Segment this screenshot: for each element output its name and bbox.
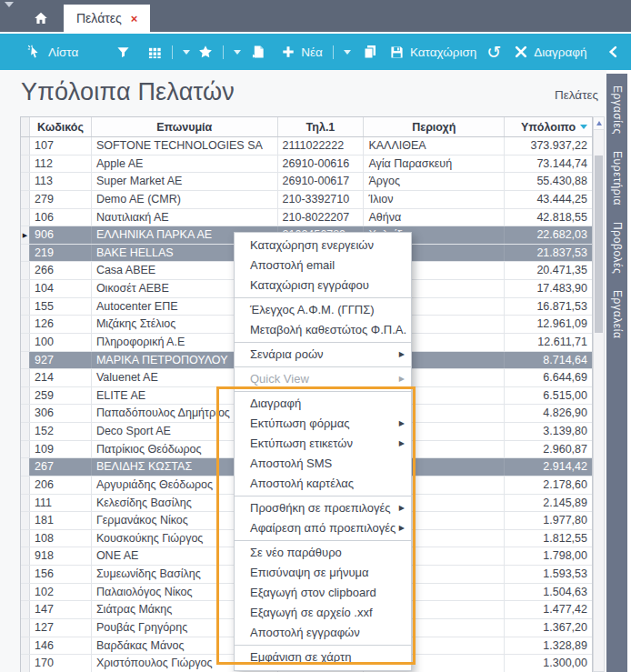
undo-button[interactable]: ↺ <box>486 45 501 59</box>
row-indicator <box>21 316 30 333</box>
cell-name: Ναυτιλιακή ΑΕ <box>92 209 278 226</box>
cell-balance: 373.937,22 <box>505 137 592 155</box>
menu-item[interactable]: Εμφάνιση σε χάρτη <box>235 647 411 667</box>
cell-balance: 1.812,55 <box>505 530 592 547</box>
cell-code: 108 <box>30 530 92 547</box>
cell-code: 279 <box>30 191 92 208</box>
grid-view-button[interactable] <box>148 45 190 59</box>
chevron-down-icon[interactable] <box>234 50 241 55</box>
column-header-phone[interactable]: Τηλ.1 <box>278 117 365 136</box>
sidebar-tab[interactable]: Εργαλεία <box>611 282 624 347</box>
row-indicator <box>21 173 30 190</box>
row-indicator <box>21 566 30 583</box>
sidebar-tab[interactable]: Εργασίες <box>611 77 624 143</box>
filter-funnel-icon <box>116 45 130 59</box>
menu-item[interactable]: Εκτύπωση φόρμας▶ <box>235 414 411 434</box>
list-button[interactable]: Λίστα <box>27 45 78 59</box>
sidebar-tab[interactable]: Ευρετήρια <box>611 143 624 214</box>
menu-item[interactable]: Σενάρια ροών▶ <box>235 345 411 365</box>
save-button[interactable]: Καταχώριση <box>390 45 476 59</box>
close-icon[interactable]: × <box>131 13 138 25</box>
cell-code: 219 <box>30 245 92 262</box>
cell-balance: 3.139,80 <box>505 423 592 440</box>
cell-balance: 22.682,03 <box>505 226 592 244</box>
submenu-arrow-icon: ▶ <box>399 369 405 389</box>
sidebar-tab[interactable]: Προβολές <box>611 214 624 282</box>
cell-code: 918 <box>30 547 92 565</box>
cell-code: 104 <box>30 280 92 297</box>
cell-code: 146 <box>30 637 92 655</box>
favorites-button[interactable] <box>198 45 241 59</box>
row-indicator <box>21 441 30 458</box>
column-header-balance[interactable]: Υπόλοιπο <box>505 117 592 136</box>
grid-icon <box>148 45 162 59</box>
row-indicator <box>21 619 30 637</box>
previous-button[interactable] <box>607 45 619 58</box>
page-title: Υπόλοιπα Πελατών <box>21 78 235 106</box>
tab-customers[interactable]: Πελάτες × <box>64 5 150 32</box>
menu-item[interactable]: Επισύναψη σε μήνυμα <box>235 563 411 583</box>
menu-item: Quick View▶ <box>235 369 411 389</box>
x-icon <box>515 45 527 58</box>
scrollbar-up-button[interactable] <box>594 117 604 130</box>
chevron-down-icon[interactable] <box>183 50 190 55</box>
menu-separator <box>235 645 411 646</box>
cell-code: 147 <box>30 601 92 618</box>
cell-balance: 1.977,80 <box>505 512 592 529</box>
sort-desc-icon[interactable] <box>580 125 587 129</box>
home-tab[interactable] <box>24 6 58 30</box>
menu-item[interactable]: Αποστολή SMS <box>235 454 411 474</box>
new-button[interactable]: Νέα <box>282 45 351 59</box>
row-indicator <box>21 547 30 565</box>
table-row[interactable]: 112Apple AE26910-00616Αγία Παρασκευή73.1… <box>21 155 592 174</box>
cell-area: Ίλιον <box>364 191 505 208</box>
menu-item[interactable]: Έλεγχος Α.Φ.Μ. (ΓΓΠΣ) <box>235 300 411 320</box>
export-form-button[interactable] <box>252 45 265 59</box>
table-row[interactable]: 106Ναυτιλιακή ΑΕ210-8022207Αθήνα42.818,5… <box>21 209 592 227</box>
column-header-name[interactable]: Επωνυμία <box>92 117 278 136</box>
cell-balance: 21.837,53 <box>505 245 592 262</box>
table-row[interactable]: 113Super Market AE26910-00617Άργος55.430… <box>21 173 592 191</box>
menu-item[interactable]: Αποστολή email <box>235 256 411 276</box>
menu-item[interactable]: Αφαίρεση από προεπιλογές▶ <box>235 518 411 538</box>
row-indicator <box>21 369 30 386</box>
table-row[interactable]: 279Demo AE (CMR)210-3392710Ίλιον43.444,2… <box>21 191 592 209</box>
cell-code: 156 <box>30 566 92 583</box>
copy-button[interactable] <box>363 45 377 59</box>
cell-phone: 210-3392710 <box>278 191 365 208</box>
menu-item[interactable]: Καταχώρηση ενεργειών <box>235 236 411 256</box>
menu-item[interactable]: Σε νέο παράθυρο <box>235 543 411 563</box>
menu-item[interactable]: Προσθήκη σε προεπιλογές▶ <box>235 498 411 518</box>
table-scrollbar[interactable] <box>593 116 605 672</box>
column-header-area[interactable]: Περιοχή <box>364 117 505 136</box>
menu-item[interactable]: Εξαγωγή στον clipboard <box>235 583 411 603</box>
cell-code: 126 <box>30 316 92 333</box>
table-row[interactable]: 107SOFTONE TECHNOLOGIES SA2111022222ΚΑΛΛ… <box>21 137 592 155</box>
cell-phone: 2111022222 <box>278 137 365 155</box>
cell-code: 181 <box>30 512 92 529</box>
column-header-code[interactable]: Κωδικός <box>30 117 92 136</box>
row-indicator <box>21 280 30 297</box>
cell-balance: 73.144,74 <box>505 155 592 173</box>
cell-code: 259 <box>30 387 92 405</box>
list-button-label: Λίστα <box>48 45 78 59</box>
menu-item[interactable]: Εκτύπωση ετικετών▶ <box>235 434 411 454</box>
menu-item[interactable]: Μεταβολή καθεστώτος Φ.Π.Α. <box>235 320 411 340</box>
menu-item[interactable]: Αποστολή καρτέλας <box>235 474 411 494</box>
menu-item[interactable]: Εξαγωγή σε αρχείο .xxf <box>235 603 411 623</box>
menu-item[interactable]: Αποστολή εγγραφών <box>235 623 411 643</box>
scrollbar-thumb[interactable] <box>595 155 603 333</box>
chevron-down-icon[interactable] <box>344 50 351 55</box>
delete-button[interactable]: Διαγραφή <box>515 45 586 59</box>
menu-item[interactable]: Καταχώριση εγγράφου <box>235 276 411 296</box>
row-indicator <box>21 387 30 405</box>
cell-code: 306 <box>30 405 92 422</box>
menu-separator <box>235 366 411 367</box>
cell-name: Apple AE <box>92 155 278 173</box>
menu-item[interactable]: Διαγραφή <box>235 394 411 414</box>
filter-button[interactable] <box>116 45 130 59</box>
cell-balance: 2.178,60 <box>505 476 592 494</box>
row-indicator <box>21 209 30 226</box>
window-menu-caret-icon[interactable] <box>5 2 14 7</box>
page-export-icon <box>252 45 265 59</box>
